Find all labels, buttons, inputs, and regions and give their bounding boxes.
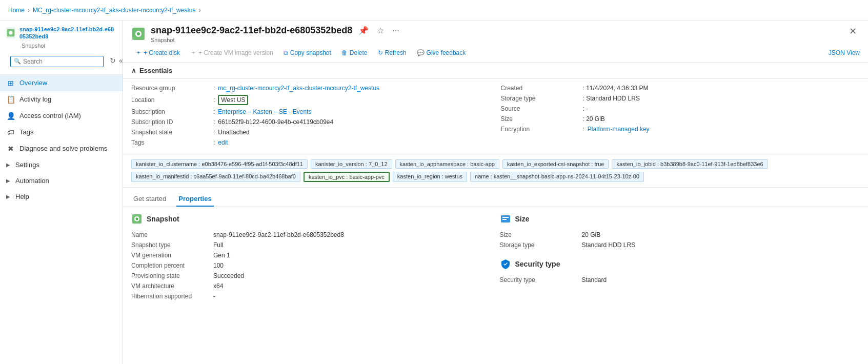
refresh-label: Refresh — [385, 49, 407, 56]
essentials-header[interactable]: ∧ Essentials — [123, 63, 868, 79]
feedback-button[interactable]: 💬 Give feedback — [413, 47, 470, 58]
tab-properties[interactable]: Properties — [176, 192, 213, 207]
breadcrumb-home[interactable]: Home — [8, 7, 25, 14]
sidebar-item-access-control[interactable]: 👤 Access control (IAM) — [0, 108, 123, 124]
sidebar-resource-type: Snapshot — [6, 43, 116, 49]
sidebar-item-label-settings: Settings — [15, 161, 39, 169]
essentials-encryption-row: Encryption : Platform-managed key — [501, 124, 860, 134]
tag-exported-csi: kasten_io_exported-csi-snapshot : true — [502, 159, 609, 169]
search-icon: 🔍 — [14, 58, 21, 65]
refresh-icon: ↻ — [378, 49, 383, 56]
search-box[interactable]: 🔍 — [10, 56, 104, 67]
location-value: West US — [218, 95, 248, 105]
storage-type-label: Storage type — [501, 95, 583, 102]
resource-icon — [6, 27, 15, 38]
tab-get-started[interactable]: Get started — [131, 192, 168, 207]
subscription-id-value: : 661b52f9-b122-4600-9e4b-ce4119cb09e4 — [213, 118, 333, 126]
sidebar-item-diagnose[interactable]: ✖ Diagnose and solve problems — [0, 140, 123, 157]
svg-point-4 — [137, 32, 140, 35]
essentials-collapse-icon: ∧ — [131, 67, 136, 74]
delete-button[interactable]: 🗑 Delete — [337, 47, 372, 58]
create-disk-icon: ＋ — [135, 48, 142, 57]
sidebar: snap-911ee9c2-9ac2-11ef-bb2d-e6805352bed… — [0, 21, 123, 364]
pin-button[interactable]: 📌 — [356, 25, 371, 36]
feedback-icon: 💬 — [417, 49, 425, 56]
resource-group-label: Resource group — [131, 85, 213, 92]
delete-label: Delete — [350, 49, 368, 56]
tags-edit-link[interactable]: edit — [218, 139, 228, 146]
size-section-icon — [500, 213, 511, 225]
size-section-title: Size — [515, 215, 530, 223]
breadcrumb-bar: Home › MC_rg-cluster-mcourcy2-tf_aks-clu… — [0, 0, 868, 21]
sidebar-item-label-overview: Overview — [19, 79, 47, 87]
essentials-right: Created : 11/4/2024, 4:36:33 PM Storage … — [501, 83, 860, 148]
essentials-storage-type-row: Storage type : Standard HDD LRS — [501, 93, 860, 104]
activity-log-icon: 📋 — [6, 95, 15, 104]
breadcrumb: Home › MC_rg-cluster-mcourcy2-tf_aks-clu… — [8, 7, 200, 14]
tag-appnamespace: kasten_io_appnamespace : basic-app — [395, 159, 499, 169]
main-content: snap-911ee9c2-9ac2-11ef-bb2d-e6805352bed… — [123, 21, 868, 364]
copy-snapshot-button[interactable]: ⧉ Copy snapshot — [279, 47, 335, 58]
prop-row-hibernation: Hibernation supported - — [131, 291, 492, 301]
page-subtitle: Snapshot — [151, 37, 401, 43]
essentials-resource-group-row: Resource group : mc_rg-cluster-mcourcy2-… — [131, 83, 491, 93]
create-vm-label: + Create VM image version — [198, 49, 273, 56]
tags-container: kanister_io_clustername : e0b38476-e596-… — [131, 159, 860, 182]
resource-group-link[interactable]: mc_rg-cluster-mcourcy2-tf_aks-cluster-mc… — [218, 85, 379, 92]
subscription-link[interactable]: Enterprise – Kasten – SE - Events — [218, 108, 311, 115]
overview-icon: ⊞ — [6, 79, 15, 87]
sidebar-collapse-btn[interactable]: « — [118, 55, 123, 66]
snapshot-properties-section: Snapshot Name snap-911ee9c2-9ac2-11ef-bb… — [131, 213, 492, 301]
tag-pvc: kasten_io_pvc : basic-app-pvc — [304, 172, 390, 182]
search-input[interactable] — [23, 58, 100, 65]
sidebar-item-label-activity-log: Activity log — [19, 95, 51, 103]
copy-snapshot-label: Copy snapshot — [290, 49, 331, 56]
breadcrumb-resource-group[interactable]: MC_rg-cluster-mcourcy2-tf_aks-cluster-mc… — [33, 7, 195, 14]
properties-body: Snapshot Name snap-911ee9c2-9ac2-11ef-bb… — [123, 207, 868, 308]
sidebar-header: snap-911ee9c2-9ac2-11ef-bb2d-e6805352bed… — [0, 21, 123, 75]
snapshot-section-title: Snapshot — [147, 215, 179, 223]
prop-row-provisioning-state: Provisioning state Succeeded — [131, 271, 492, 281]
sidebar-item-help[interactable]: ▶ Help — [0, 189, 123, 205]
json-view-button[interactable]: JSON View — [829, 49, 860, 56]
create-disk-button[interactable]: ＋ + Create disk — [131, 46, 184, 59]
sidebar-item-label-automation: Automation — [15, 177, 49, 185]
tags-label: Tags — [131, 139, 213, 146]
snapshot-section-icon — [131, 213, 143, 225]
favorite-button[interactable]: ☆ — [375, 25, 386, 36]
prop-row-vm-generation: VM generation Gen 1 — [131, 250, 492, 260]
sidebar-item-settings[interactable]: ▶ Settings — [0, 157, 123, 173]
toolbar: ＋ + Create disk ＋ + Create VM image vers… — [123, 43, 868, 63]
essentials-location-row: Location : West US — [131, 93, 491, 107]
essentials-subscription-id-row: Subscription ID : 661b52f9-b122-4600-9e4… — [131, 117, 491, 127]
svg-rect-9 — [502, 217, 509, 218]
encryption-link[interactable]: Platform-managed key — [588, 126, 650, 133]
create-vm-icon: ＋ — [190, 48, 196, 57]
more-button[interactable]: ··· — [390, 25, 401, 36]
copy-snapshot-icon: ⧉ — [284, 49, 288, 56]
security-subsection: Security type Security type Standard — [500, 258, 860, 285]
feedback-label: Give feedback — [427, 49, 466, 56]
svg-point-1 — [9, 31, 12, 35]
prop-row-size: Size 20 GiB — [500, 230, 860, 240]
sidebar-item-overview[interactable]: ⊞ Overview — [0, 75, 123, 91]
encryption-label: Encryption — [501, 126, 583, 133]
prop-row-storage-type: Storage type Standard HDD LRS — [500, 240, 860, 250]
settings-expand-icon: ▶ — [6, 162, 10, 168]
prop-row-security-type: Security type Standard — [500, 275, 860, 285]
security-icon — [500, 258, 511, 270]
sidebar-item-activity-log[interactable]: 📋 Activity log — [0, 91, 123, 108]
sidebar-nav: ⊞ Overview 📋 Activity log 👤 Access contr… — [0, 75, 123, 364]
refresh-button[interactable]: ↻ Refresh — [374, 47, 411, 58]
tag-manifestid: kasten_io_manifestid : c6aa55ef-9ac0-11e… — [131, 172, 300, 182]
sidebar-item-automation[interactable]: ▶ Automation — [0, 173, 123, 189]
sidebar-refresh-btn[interactable]: ↻ — [109, 55, 117, 66]
close-button[interactable]: ✕ — [846, 25, 860, 38]
create-vm-button[interactable]: ＋ + Create VM image version — [186, 46, 277, 59]
sidebar-item-tags[interactable]: 🏷 Tags — [0, 124, 123, 140]
tags-icon: 🏷 — [6, 128, 15, 136]
tag-name: name : kasten__snapshot-basic-app-ns-202… — [470, 172, 644, 182]
size-security-section: Size Size 20 GiB Storage type Standard H… — [500, 213, 860, 301]
source-value: : - — [583, 105, 589, 112]
essentials-body: Resource group : mc_rg-cluster-mcourcy2-… — [123, 79, 868, 154]
